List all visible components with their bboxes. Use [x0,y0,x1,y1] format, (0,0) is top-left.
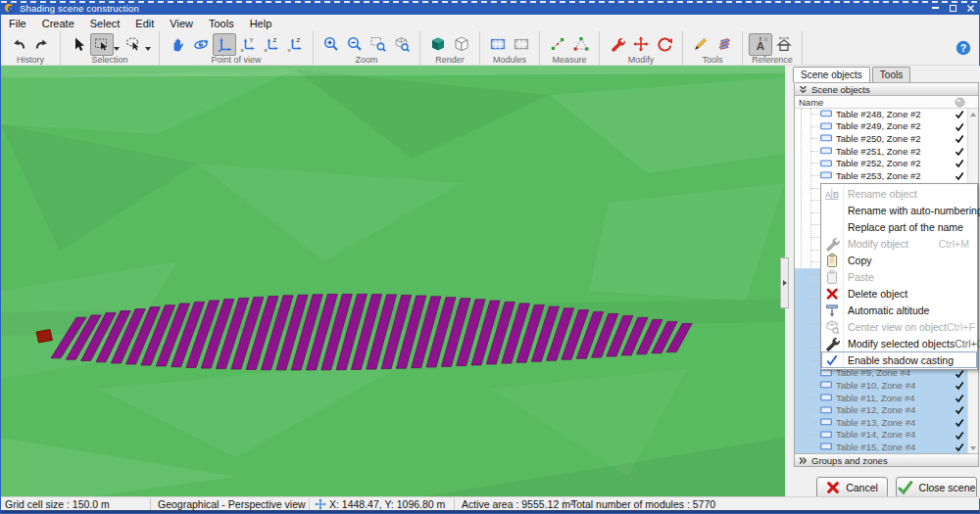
menu-create[interactable]: Create [34,15,82,31]
check-icon[interactable] [955,369,964,379]
status-segment-1: Geographical - Perspective view [158,497,306,511]
measure-line-button[interactable] [546,33,569,56]
check-icon[interactable] [955,159,964,168]
check-icon[interactable] [955,122,964,132]
menu-tools[interactable]: Tools [201,15,242,31]
orbit-button[interactable] [189,33,213,56]
lasso-select-button[interactable] [122,33,145,56]
scroll-up-icon[interactable] [968,109,978,119]
check-icon[interactable] [955,443,964,452]
menu-edit[interactable]: Edit [127,15,162,31]
view-zy-icon: Zy [287,36,303,52]
menu-select[interactable]: Select [82,15,128,31]
modify-wrench-button[interactable] [606,33,629,56]
cancel-button[interactable]: Cancel [816,477,888,498]
menu-view[interactable]: View [162,15,201,31]
cursor-button[interactable] [67,33,90,56]
context-menu-item-rename-object[interactable]: ABRename object [821,185,977,202]
view-xy-button[interactable]: Yx [236,33,260,56]
check-icon[interactable] [955,110,964,119]
zoom-window-button[interactable] [367,33,390,56]
redo-button[interactable] [30,33,54,56]
notes-button[interactable] [712,33,736,56]
maximize-button[interactable] [944,1,961,15]
pencil-button[interactable] [689,33,712,56]
scene-viewport-3d[interactable] [1,66,785,498]
tree-row[interactable]: Table #251, Zone #2 [795,145,967,158]
view-zy-button[interactable]: Zy [283,33,307,56]
check-icon[interactable] [955,381,964,391]
check-icon[interactable] [955,394,964,403]
zoom-extents-button[interactable] [390,33,414,56]
tab-tools[interactable]: Tools [872,67,910,82]
dropdown-arrow-icon[interactable] [114,47,120,51]
context-menu-item-paste[interactable]: Paste [821,268,977,285]
move-button[interactable] [629,33,653,56]
modules-off-button[interactable] [510,33,533,56]
sidebar-collapse-handle[interactable] [780,257,789,308]
confirm-check-icon [898,480,913,495]
tree-row[interactable]: Table #11, Zone #4 [795,392,967,404]
rotate-button[interactable] [653,33,676,56]
status-bar: Grid cell size : 150.0 mGeographical - P… [1,496,979,513]
modules-on-button[interactable] [486,33,510,56]
context-menu-item-modify-object[interactable]: Modify objectCtrl+M [821,235,977,252]
tree-row[interactable]: Table #15, Zone #4 [795,441,967,453]
context-menu-item-delete-object[interactable]: Delete object [821,285,977,302]
rotate-icon [657,36,672,52]
tree-row[interactable]: Table #249, Zone #2 [795,120,967,133]
context-menu-item-center-view-on-object[interactable]: Center view on objectCtrl+F [821,318,977,335]
context-menu-item-automatic-altitude[interactable]: Automatic altitude [821,302,977,318]
measure-triangle-button[interactable] [569,33,593,56]
render-wire-button[interactable] [450,33,473,56]
tab-scene-objects[interactable]: Scene objects [793,67,870,82]
pan-hand-button[interactable] [166,33,189,56]
tree-row[interactable]: Table #14, Zone #4 [795,429,967,442]
tree-row[interactable]: Table #253, Zone #2 [795,169,967,182]
toolbar-group-label: Modules [493,55,526,65]
table-icon [820,418,832,426]
axes-button[interactable] [213,33,236,56]
context-menu-item-copy[interactable]: Copy [821,252,977,268]
minimize-button[interactable] [926,1,944,15]
tree-row[interactable]: Table #250, Zone #2 [795,132,967,145]
menu-file[interactable]: File [1,15,34,31]
check-icon[interactable] [955,171,964,181]
tree-row[interactable]: Table #10, Zone #4 [795,379,967,392]
context-menu-item-modify-selected-objects[interactable]: Modify selected objectsCtrl+G [821,335,977,351]
sphere-icon[interactable] [955,97,965,108]
cancel-x-icon [826,481,840,494]
close-scene-button[interactable]: Close scene [896,477,977,498]
tree-row[interactable]: Table #248, Zone #2 [795,109,967,120]
reference-a-button[interactable]: AN [749,33,772,56]
tree-row[interactable]: Table #252, Zone #2 [795,157,967,169]
check-icon[interactable] [955,418,964,428]
check-icon[interactable] [955,147,964,157]
undo-button[interactable] [7,33,30,56]
context-menu-item-enable-shadow-casting[interactable]: Enable shadow casting [821,351,977,368]
table-icon [820,394,832,401]
rect-select-button[interactable] [90,33,114,56]
zoom-out-button[interactable] [343,33,367,56]
dropdown-arrow-icon[interactable] [145,47,151,51]
scene-objects-section-header[interactable]: Scene objects [795,83,978,96]
check-icon[interactable] [955,431,964,441]
menu-help[interactable]: Help [242,15,280,31]
help-icon[interactable]: ? [956,40,971,56]
table-icon [820,160,832,167]
measure-triangle-icon [573,36,589,52]
context-menu-item-rename-with-auto-numbering[interactable]: Rename with auto-numbering [821,202,977,218]
name-column-header[interactable]: Name [795,96,978,109]
groups-and-zones-header[interactable]: Groups and zones [795,453,978,466]
view-xz-button[interactable]: Zx [260,33,283,56]
check-icon[interactable] [955,134,964,144]
scroll-down-icon[interactable] [968,443,978,453]
tree-row[interactable]: Table #12, Zone #4 [795,403,967,416]
context-menu-item-replace-part-of-the-name[interactable]: Replace part of the name [821,218,977,235]
check-icon[interactable] [955,405,964,415]
reference-house-button[interactable] [772,33,796,56]
tree-row[interactable]: Table #13, Zone #4 [795,416,967,429]
zoom-in-button[interactable] [319,33,343,56]
close-button[interactable] [961,1,979,15]
render-solid-button[interactable] [426,33,450,56]
